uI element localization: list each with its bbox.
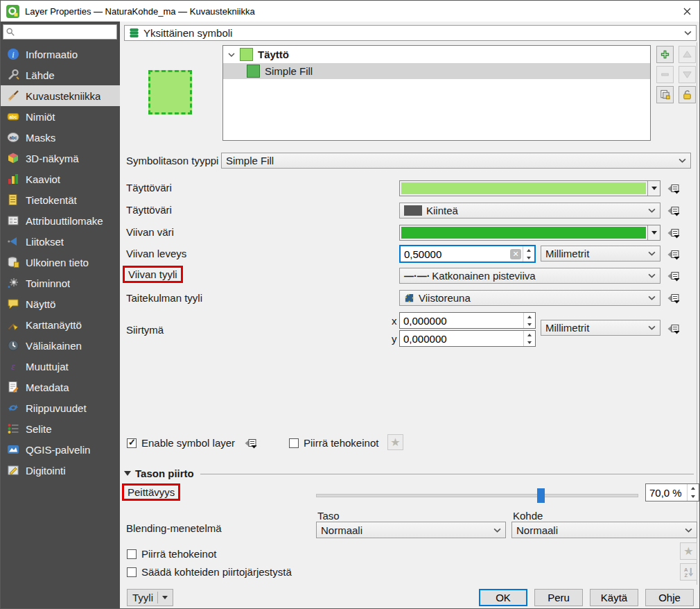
draw-effects-layer-box[interactable] [127, 549, 137, 559]
stroke-style-combobox[interactable]: —·—· Katkonainen pisteviiva [399, 268, 660, 284]
sidebar-item-source[interactable]: Lähde [1, 65, 120, 85]
enable-symbol-layer-box[interactable] [127, 438, 137, 448]
sidebar-item-masks[interactable]: abcMasks [1, 127, 120, 148]
feature-blend-combobox[interactable]: Normaali [511, 522, 697, 538]
help-button[interactable]: Ohje [645, 589, 694, 606]
collapse-triangle-icon[interactable] [124, 471, 131, 476]
fill-style-combobox[interactable]: Kiinteä [399, 203, 660, 218]
tree-row-simple-fill[interactable]: Simple Fill [223, 63, 650, 79]
sidebar-item-labels[interactable]: abcNimiöt [1, 106, 120, 127]
apply-button[interactable]: Käytä [590, 589, 638, 606]
layer-effects-options-button[interactable]: ★ [680, 542, 697, 560]
sidebar-item-fields[interactable]: Tietokentät [1, 189, 120, 210]
sidebar-item-qgis-server[interactable]: QGIS-palvelin [1, 439, 120, 460]
stroke-width-unit-combobox[interactable]: Millimetrit [541, 246, 660, 261]
sidebar-item-3d-view[interactable]: 3D-näkymä [1, 148, 120, 169]
spin-buttons[interactable] [523, 246, 534, 261]
sidebar-item-joins[interactable]: Liitokset [1, 231, 120, 252]
stroke-style-data-defined-button[interactable] [665, 268, 682, 284]
draw-effects-layer-checkbox[interactable]: Piirrä tehokeinot [127, 548, 216, 560]
color-dropdown-arrow[interactable] [647, 181, 660, 196]
sidebar-item-metadata[interactable]: Metadata [1, 377, 120, 397]
sidebar-search [3, 24, 117, 40]
sidebar-item-auxiliary-storage[interactable]: Ulkoinen tieto [1, 252, 120, 273]
ok-button[interactable]: OK [479, 589, 527, 606]
enable-layer-data-defined-button[interactable] [242, 435, 259, 452]
sidebar-item-legend[interactable]: Selite [1, 418, 120, 439]
feature-order-box[interactable] [127, 567, 137, 577]
offset-unit-combobox[interactable]: Millimetrit [541, 320, 660, 336]
opacity-slider[interactable] [316, 494, 638, 497]
lock-color-button[interactable] [679, 86, 696, 103]
sort-az-icon: AZ [683, 566, 694, 578]
sidebar-item-digitizing[interactable]: Digitointi [1, 460, 120, 481]
attributes-form-icon [7, 214, 19, 227]
sidebar-item-information[interactable]: iInformaatio [1, 44, 120, 65]
sidebar-item-temporal[interactable]: Väliaikainen [1, 335, 120, 356]
style-menu-button[interactable]: Tyyli [127, 589, 173, 606]
chevron-down-icon [493, 528, 501, 533]
layer-blend-value: Normaali [321, 524, 362, 536]
feature-order-label: Säädä kohteiden piirtojärjestystä [141, 566, 292, 578]
add-symbol-layer-button[interactable] [656, 46, 674, 63]
sidebar-item-attributes-form[interactable]: Attribuuttilomake [1, 210, 120, 231]
temporal-icon [7, 339, 19, 352]
offset-y-input[interactable] [403, 333, 523, 345]
sidebar-item-symbology[interactable]: Kuvaustekniikka [1, 85, 120, 106]
fill-color-button[interactable] [399, 180, 660, 196]
sidebar-item-actions[interactable]: Toiminnot [1, 273, 120, 293]
layer-type-combobox[interactable]: Simple Fill [221, 153, 691, 169]
offset-y-spinbox[interactable] [399, 330, 536, 347]
blending-label: Blending-menetelmä [126, 522, 222, 534]
sidebar-item-label: Digitointi [26, 465, 66, 477]
renderer-combobox[interactable]: Yksittäinen symboli [124, 25, 697, 41]
offset-x-spinbox[interactable] [399, 312, 536, 329]
fill-style-data-defined-button[interactable] [665, 203, 682, 219]
stroke-color-label: Viivan väri [126, 226, 174, 238]
draw-effects-symbol-box[interactable] [289, 438, 299, 448]
enable-symbol-layer-checkbox[interactable]: Enable symbol layer [127, 437, 235, 449]
expand-chevron-icon[interactable] [228, 53, 235, 57]
symbol-layer-tree[interactable]: Täyttö Simple Fill [222, 45, 651, 141]
fill-color-data-defined-button[interactable] [665, 180, 682, 197]
sidebar-item-diagrams[interactable]: Kaaviot [1, 169, 120, 189]
join-style-data-defined-button[interactable] [665, 290, 682, 307]
color-dropdown-arrow[interactable] [647, 225, 660, 240]
remove-symbol-layer-button[interactable] [656, 66, 674, 83]
cancel-button[interactable]: Peru [534, 589, 583, 606]
join-style-combobox[interactable]: Viistoreuna [399, 290, 660, 306]
symbol-effects-options-button[interactable]: ★ [387, 434, 403, 450]
sidebar-item-display[interactable]: Näyttö [1, 293, 120, 314]
move-up-button[interactable] [679, 46, 696, 63]
offset-x-input[interactable] [403, 315, 523, 327]
tree-row-fill[interactable]: Täyttö [223, 46, 650, 63]
clear-icon[interactable]: ✕ [510, 249, 521, 259]
dependencies-icon [7, 402, 19, 414]
sidebar-item-rendering[interactable]: Karttanäyttö [1, 314, 120, 335]
opacity-slider-handle[interactable] [537, 488, 545, 503]
opacity-input[interactable] [649, 487, 687, 499]
feature-order-options-button[interactable]: AZ [680, 563, 697, 581]
diagrams-icon [7, 173, 19, 185]
spin-buttons[interactable] [523, 313, 535, 328]
stroke-color-button[interactable] [399, 225, 660, 241]
draw-effects-symbol-checkbox[interactable]: Piirrä tehokeinot [289, 437, 378, 449]
spin-buttons[interactable] [523, 331, 535, 346]
stroke-color-data-defined-button[interactable] [665, 225, 682, 241]
close-button[interactable] [674, 1, 699, 22]
sidebar-item-dependencies[interactable]: Riippuvuudet [1, 397, 120, 418]
sidebar-item-label: Toiminnot [26, 277, 70, 289]
layer-blend-combobox[interactable]: Normaali [316, 522, 506, 538]
stroke-width-spinbox[interactable]: ✕ [399, 245, 536, 263]
sidebar-item-variables[interactable]: εMuuttujat [1, 356, 120, 377]
stroke-width-input[interactable] [404, 248, 510, 260]
sidebar-search-input[interactable] [17, 26, 116, 38]
stroke-width-data-defined-button[interactable] [665, 246, 682, 263]
move-down-button[interactable] [679, 66, 696, 83]
duplicate-symbol-layer-button[interactable] [656, 86, 674, 103]
opacity-spinbox[interactable] [645, 483, 699, 501]
masks-icon: abc [7, 131, 19, 144]
offset-data-defined-button[interactable] [665, 320, 682, 337]
feature-order-checkbox[interactable]: Säädä kohteiden piirtojärjestystä [127, 566, 292, 578]
spin-buttons[interactable] [687, 484, 699, 501]
